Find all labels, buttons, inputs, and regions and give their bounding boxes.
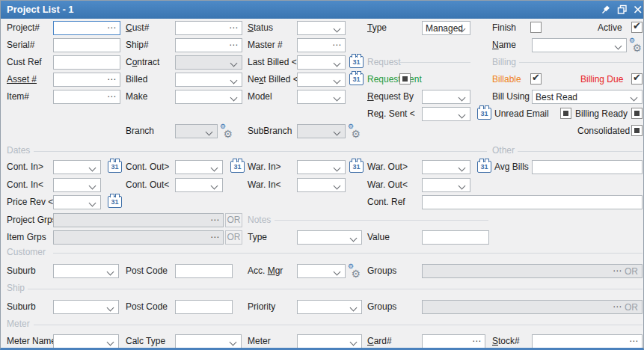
consolidated-checkbox[interactable] [631,125,643,136]
ellipsis-button[interactable]: ⋯ [229,22,239,33]
customer-post-code-input[interactable] [175,264,233,278]
req-sent-dropdown[interactable] [422,107,470,121]
ellipsis-button[interactable]: ⋯ [229,40,239,50]
ellipsis-button[interactable]: ⋯ [613,265,622,276]
calc-type-dropdown[interactable] [175,334,242,349]
bill-using-dropdown[interactable]: Best Read [532,90,643,104]
type-label: Type [367,22,387,34]
or-button[interactable]: OR [625,266,638,277]
section-line [400,62,470,63]
ellipsis-button[interactable]: ⋯ [210,215,220,225]
ellipsis-button[interactable]: ⋯ [613,301,622,312]
project-no-label: Project# [7,22,40,34]
last-billed-dropdown[interactable] [297,55,346,70]
card-no-input[interactable]: ⋯ [422,334,485,349]
next-billed-dropdown[interactable] [297,73,346,87]
item-no-input[interactable]: ⋯ [53,90,120,104]
calendar-icon[interactable]: 31 [477,108,491,120]
project-grps-input[interactable]: ⋯ [53,213,224,227]
ellipsis-button[interactable]: ⋯ [472,336,482,346]
branch-dropdown[interactable] [175,124,218,138]
item-grps-input[interactable]: ⋯ [53,230,224,245]
gear-icon[interactable] [348,265,361,277]
pin-icon[interactable] [601,4,613,16]
meter-dropdown[interactable] [297,334,362,349]
master-no-input[interactable]: ⋯ [297,38,346,52]
ellipsis-button[interactable]: ⋯ [210,232,220,242]
serial-no-input[interactable] [53,38,120,52]
project-no-input[interactable]: ⋯ [53,21,120,35]
stock-no-label: Stock# [492,336,520,347]
model-dropdown[interactable] [297,90,346,104]
active-checkbox[interactable] [631,22,643,33]
avg-bills-input[interactable] [532,160,643,174]
finish-checkbox[interactable] [530,22,542,33]
window-title: Project List - 1 [7,4,74,15]
ellipsis-button[interactable]: ⋯ [629,336,639,346]
contract-dropdown[interactable] [175,55,242,70]
cont-in-lt-dropdown[interactable] [53,178,101,192]
cont-out-lt-dropdown[interactable] [175,178,223,192]
billed-label: Billed [126,74,147,85]
billed-dropdown[interactable] [175,73,242,87]
meter-name-dropdown[interactable] [53,334,119,349]
customer-suburb-dropdown[interactable] [53,264,119,278]
ship-post-code-input[interactable] [175,300,233,314]
subbranch-dropdown[interactable] [297,124,346,138]
ship-groups-input[interactable]: ⋯OR [422,300,643,314]
calendar-icon[interactable]: 31 [349,56,364,68]
stock-no-input[interactable]: ⋯ [532,334,643,349]
price-rev-dropdown[interactable] [53,195,101,209]
restore-icon[interactable] [617,4,629,16]
status-dropdown[interactable] [297,21,346,35]
war-in-gt-dropdown[interactable] [297,160,346,174]
or-button[interactable]: OR [225,213,242,227]
war-out-gt-dropdown[interactable] [422,160,470,174]
titlebar: Project List - 1 [1,1,643,19]
request-sent-checkbox[interactable] [399,73,411,85]
finish-label: Finish [492,22,516,34]
ellipsis-button[interactable]: ⋯ [107,22,117,33]
close-icon[interactable] [633,4,644,16]
war-out-lt-dropdown[interactable] [422,178,470,192]
billing-due-checkbox[interactable] [631,73,643,85]
ship-suburb-dropdown[interactable] [53,300,119,314]
ellipsis-button[interactable]: ⋯ [107,74,117,85]
name-dropdown[interactable] [532,38,627,52]
ellipsis-button[interactable]: ⋯ [332,40,342,50]
serial-no-label: Serial# [7,40,34,51]
cust-ref-input[interactable] [53,55,120,70]
acc-mgr-dropdown[interactable] [297,264,346,278]
asset-no-input[interactable]: ⋯ [53,73,120,87]
cust-no-input[interactable]: ⋯ [175,21,242,35]
cont-in-gt-dropdown[interactable] [53,160,101,174]
calc-type-label: Calc Type [126,336,165,347]
calendar-icon[interactable]: 31 [108,196,122,208]
gear-icon[interactable] [348,125,361,138]
asset-no-label: Asset # [7,74,37,85]
calendar-icon[interactable]: 31 [230,161,245,173]
make-dropdown[interactable] [175,90,242,104]
value-input[interactable] [422,230,489,245]
calendar-icon[interactable]: 31 [108,161,122,173]
priority-dropdown[interactable] [297,300,362,314]
calendar-icon[interactable]: 31 [477,161,491,173]
notes-type-dropdown[interactable] [297,230,362,245]
ellipsis-button[interactable]: ⋯ [107,91,117,102]
gear-icon[interactable] [220,125,233,138]
request-by-dropdown[interactable] [422,90,470,104]
customer-groups-input[interactable]: ⋯OR [422,264,643,278]
cont-ref-input[interactable] [422,195,643,209]
calendar-icon[interactable]: 31 [349,161,364,173]
billing-ready-checkbox[interactable] [631,108,643,119]
billable-checkbox[interactable] [530,73,542,85]
unread-email-checkbox[interactable] [560,108,571,119]
gear-icon[interactable] [629,39,642,52]
calendar-icon[interactable]: 31 [349,73,364,85]
cont-out-gt-dropdown[interactable] [175,160,223,174]
or-button[interactable]: OR [225,230,242,245]
war-in-lt-dropdown[interactable] [297,178,346,192]
ship-no-input[interactable]: ⋯ [175,38,242,52]
or-button[interactable]: OR [625,302,638,313]
type-dropdown[interactable]: Managed [422,21,470,35]
